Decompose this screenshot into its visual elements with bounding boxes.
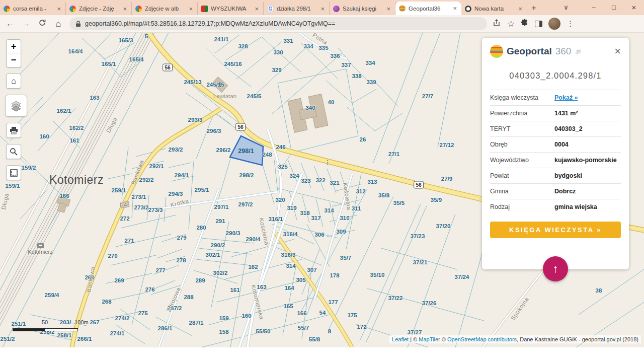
zoom-out-button[interactable]: − [7, 53, 21, 67]
side-panel-icon[interactable] [535, 21, 542, 27]
scale-bar [13, 328, 78, 331]
close-window-button[interactable]: × [624, 0, 644, 15]
google-photos-favicon-icon [4, 6, 10, 12]
tab-1[interactable]: corsa emila -× [0, 2, 66, 15]
print-button[interactable] [6, 123, 21, 138]
minimize-button[interactable]: – [584, 0, 604, 15]
tab-title: Zdjęcie w alb [145, 6, 185, 12]
layers-button[interactable] [5, 95, 27, 117]
tab-close-icon[interactable]: × [452, 5, 458, 12]
share-icon [493, 19, 501, 27]
attribute-value: Dobrcz [554, 188, 576, 195]
url-text: geoportal360.pl/map/#l:53.28516,18.12729… [85, 20, 335, 27]
bookmark-star-icon[interactable]: ☆ [507, 19, 515, 29]
new-tab-button[interactable]: + [527, 2, 540, 15]
ksiega-wieczysta-button[interactable]: KSIĘGA WIECZYSTA » [490, 222, 621, 238]
tab-title: Szukaj księgi [343, 6, 382, 12]
parcel-info-panel: Geoportal360.pl × 040303_2.0004.298/1 Ks… [482, 38, 629, 269]
dark-circle-favicon-icon [465, 6, 471, 12]
maximize-button[interactable]: □ [604, 0, 624, 15]
tab-title: Nowa karta [474, 6, 514, 12]
address-bar[interactable]: geoportal360.pl/map/#l:53.28516,18.12729… [69, 17, 487, 30]
purple-dot-favicon-icon [333, 6, 340, 12]
lewiatan-building [212, 77, 227, 93]
attribution-text: | © [409, 336, 419, 342]
panel-header: Geoportal360.pl × [490, 45, 621, 58]
attribute-row: Powierzchnia1431 m² [490, 105, 621, 121]
tab-close-icon[interactable]: × [319, 5, 326, 13]
small-building [120, 201, 129, 208]
close-panel-icon[interactable]: × [614, 46, 621, 56]
attribution-link[interactable]: OpenStreetMap contributors [447, 336, 517, 342]
lock-icon [75, 21, 81, 27]
search-icon [10, 148, 18, 156]
attribute-label: Powiat [490, 172, 554, 179]
tab-7[interactable]: Geoportal36× [395, 2, 461, 15]
attribute-value: gmina wiejska [554, 203, 597, 210]
tab-title: corsa emila - [13, 6, 53, 12]
scroll-top-fab[interactable]: ↑ [543, 256, 568, 281]
tab-search-chevron-icon[interactable]: ∨ [557, 0, 575, 15]
tab-5[interactable]: Gdziałka 298/1× [264, 2, 330, 15]
zoom-in-button[interactable]: + [7, 40, 21, 53]
tab-close-icon[interactable]: × [56, 5, 62, 13]
attribute-label: Księga wieczysta [490, 94, 554, 101]
show-link[interactable]: Pokaż » [554, 94, 578, 101]
tab-close-icon[interactable]: × [254, 5, 260, 13]
forward-button[interactable]: → [21, 19, 31, 28]
tab-title: działka 298/1 [277, 6, 316, 12]
attribution-link[interactable]: Leaflet [392, 336, 409, 342]
logo-360: 360 [555, 46, 572, 57]
attribute-label: Obręb [490, 141, 554, 148]
tab-strip: corsa emila -×Zdjęcie - Zdję×Zdjęcie w a… [0, 0, 644, 15]
attribution-text: © [440, 336, 447, 342]
attribute-value: bydgoski [554, 172, 582, 179]
map-controls: + − ⌂ [6, 39, 29, 186]
tabs: corsa emila -×Zdjęcie - Zdję×Zdjęcie w a… [0, 0, 527, 15]
share-button[interactable] [493, 19, 501, 29]
menu-kebab-icon[interactable]: ⋮ [567, 19, 574, 28]
tab-close-icon[interactable]: × [188, 5, 194, 13]
extensions-button[interactable] [521, 19, 529, 29]
tab-close-icon[interactable]: × [385, 5, 391, 13]
google-photos-favicon-icon [69, 6, 76, 12]
reload-icon [39, 19, 46, 26]
geoportal-favicon-icon [399, 5, 406, 12]
attribute-label: Województwo [490, 157, 554, 164]
geoportal-logo: Geoportal360.pl [490, 45, 614, 58]
attribute-label: Rodzaj [490, 203, 554, 210]
attribution-link[interactable]: MapTiler [419, 336, 440, 342]
attribute-row: Rodzajgmina wiejska [490, 199, 621, 214]
parcel-id-title: 040303_2.0004.298/1 [490, 71, 621, 81]
building-166 [54, 196, 70, 213]
attribute-row: Obręb0004 [490, 136, 621, 152]
measure-button[interactable] [6, 165, 21, 180]
tab-8[interactable]: Nowa karta× [461, 2, 527, 15]
attribute-value: 040303_2 [554, 125, 583, 132]
attribute-row: Księga wieczystaPokaż » [490, 90, 621, 105]
attribute-label: Powierzchnia [490, 110, 554, 117]
tab-close-icon[interactable]: × [517, 5, 523, 13]
tab-title: Geoportal36 [409, 6, 449, 12]
tab-6[interactable]: Szukaj księgi× [330, 2, 395, 15]
tab-3[interactable]: Zdjęcie w alb× [132, 2, 198, 15]
puzzle-icon [521, 19, 529, 27]
tab-4[interactable]: WYSZUKIWA× [198, 2, 264, 15]
logo-tld: .pl [575, 48, 581, 54]
tab-close-icon[interactable]: × [122, 5, 128, 13]
measure-icon [10, 169, 18, 177]
attribute-row: GminaDobrcz [490, 183, 621, 199]
map-attribution: Leaflet | © MapTiler © OpenStreetMap con… [389, 335, 641, 343]
back-button[interactable]: ← [5, 19, 15, 28]
tab-2[interactable]: Zdjęcie - Zdję× [66, 2, 132, 15]
attribute-value: kujawsko-pomorskie [554, 157, 617, 164]
profile-avatar[interactable] [548, 18, 560, 30]
map-search-button[interactable] [6, 144, 21, 159]
google-g-favicon-icon: G [267, 6, 274, 12]
google-photos-favicon-icon [135, 6, 142, 12]
home-button[interactable]: ⌂ [53, 19, 63, 29]
attribute-value: 0004 [554, 141, 569, 148]
home-view-button[interactable]: ⌂ [6, 74, 21, 89]
reload-button[interactable] [37, 19, 47, 28]
browser-toolbar: ← → ⌂ geoportal360.pl/map/#l:53.28516,18… [0, 15, 644, 33]
